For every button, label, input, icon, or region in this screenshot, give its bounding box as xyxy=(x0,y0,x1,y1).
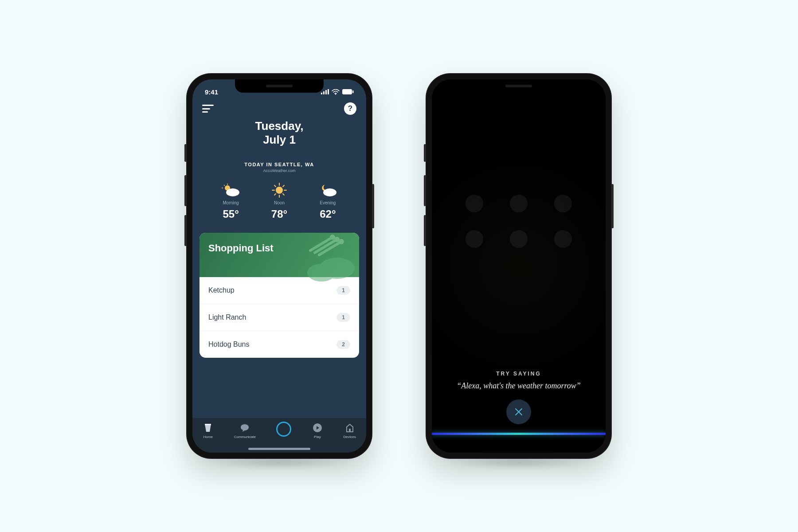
svg-line-6 xyxy=(224,185,225,186)
night-cloudy-icon xyxy=(318,183,337,198)
battery-icon xyxy=(342,89,354,94)
list-item-count: 1 xyxy=(336,313,350,322)
nav-alexa[interactable] xyxy=(276,422,291,437)
nav-communicate[interactable]: Communicate xyxy=(234,422,256,439)
chat-bubble-icon xyxy=(239,422,250,433)
menu-button[interactable] xyxy=(202,105,214,113)
weather-period-label: Evening xyxy=(320,200,336,205)
vegetables-illustration xyxy=(279,233,359,282)
close-icon xyxy=(514,407,524,417)
suggested-phrase: “Alexa, what's the weather tomorrow” xyxy=(432,381,606,391)
list-item-name: Light Ranch xyxy=(208,313,246,321)
weather-row: Morning 55° Noon 78° Evening 62° xyxy=(192,183,366,220)
nav-home[interactable]: Home xyxy=(203,422,213,439)
svg-point-0 xyxy=(335,94,336,94)
svg-point-8 xyxy=(276,187,283,194)
voice-prompt: TRY SAYING “Alexa, what's the weather to… xyxy=(432,371,606,391)
list-item-count: 2 xyxy=(336,340,350,349)
weather-period-temp: 78° xyxy=(271,208,287,220)
date-line-1: Tuesday, xyxy=(192,119,366,133)
status-time: 9:41 xyxy=(205,88,218,96)
weather-evening[interactable]: Evening 62° xyxy=(318,183,337,220)
nav-label: Home xyxy=(203,435,213,439)
nav-label: Devices xyxy=(343,435,356,439)
svg-point-19 xyxy=(307,264,336,282)
sunny-icon xyxy=(271,183,287,198)
partly-cloudy-icon xyxy=(221,183,241,198)
svg-rect-2 xyxy=(352,90,354,93)
list-item[interactable]: Light Ranch 1 xyxy=(200,304,359,331)
list-item-count: 1 xyxy=(336,286,350,295)
svg-rect-1 xyxy=(342,89,352,94)
close-button[interactable] xyxy=(506,399,531,424)
weather-period-label: Morning xyxy=(223,200,239,205)
weather-source: AccuWeather.com xyxy=(192,168,366,173)
shopping-list-card[interactable]: Shopping List Ketchup 1 Light Ranch 1 xyxy=(200,233,359,358)
weather-morning[interactable]: Morning 55° xyxy=(221,183,241,220)
date-heading: Tuesday, July 1 xyxy=(192,119,366,147)
svg-line-14 xyxy=(283,194,284,195)
devices-icon xyxy=(344,422,355,433)
weather-period-temp: 55° xyxy=(223,208,239,220)
svg-point-22 xyxy=(339,239,344,244)
play-icon xyxy=(312,422,323,433)
phone-mockup-voice: TRY SAYING “Alexa, what's the weather to… xyxy=(426,73,612,459)
svg-line-16 xyxy=(283,185,284,187)
svg-rect-25 xyxy=(349,429,351,432)
list-item[interactable]: Hotdog Buns 2 xyxy=(200,331,359,358)
weather-period-temp: 62° xyxy=(320,208,336,220)
list-item-name: Hotdog Buns xyxy=(208,340,250,348)
svg-point-17 xyxy=(323,188,336,196)
try-saying-label: TRY SAYING xyxy=(432,371,606,377)
phone-mockup-home: 9:41 ? Tuesday, July 1 TODAY IN SEATTLE,… xyxy=(186,73,372,459)
svg-point-7 xyxy=(226,188,239,196)
weather-location: TODAY IN SEATTLE, WA xyxy=(192,162,366,167)
svg-line-15 xyxy=(274,194,276,195)
cellular-signal-icon xyxy=(321,89,329,94)
date-line-2: July 1 xyxy=(192,133,366,147)
alexa-ring-icon xyxy=(276,422,291,437)
home-indicator[interactable] xyxy=(248,448,310,450)
weather-period-label: Noon xyxy=(274,200,285,205)
voice-activity-bar xyxy=(432,433,606,435)
dimmed-background xyxy=(432,79,606,453)
help-button[interactable]: ? xyxy=(344,102,356,115)
device-notch xyxy=(474,79,563,93)
wifi-icon xyxy=(332,89,340,95)
list-item-name: Ketchup xyxy=(208,286,235,294)
device-notch xyxy=(235,79,324,93)
svg-rect-23 xyxy=(205,424,211,425)
shopping-list-header: Shopping List xyxy=(200,233,359,277)
nav-play[interactable]: Play xyxy=(312,422,323,439)
nav-label: Communicate xyxy=(234,435,256,439)
nav-devices[interactable]: Devices xyxy=(343,422,356,439)
nav-label: Play xyxy=(314,435,321,439)
svg-line-13 xyxy=(274,185,276,187)
weather-noon[interactable]: Noon 78° xyxy=(271,183,287,220)
home-icon xyxy=(203,422,213,433)
